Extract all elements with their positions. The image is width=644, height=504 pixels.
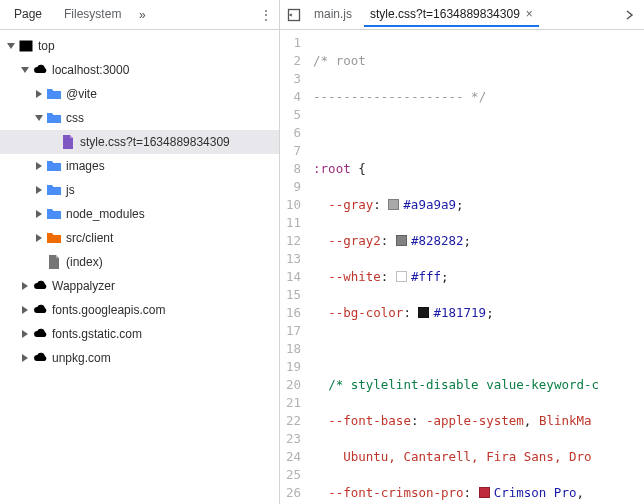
editor-tabbar: main.js style.css?t=1634889834309 × bbox=[280, 0, 644, 30]
left-tabbar: Page Filesystem » ⋮ bbox=[0, 0, 279, 30]
folder-icon bbox=[46, 86, 62, 102]
chevron-right-icon[interactable] bbox=[18, 305, 32, 315]
folder-icon bbox=[46, 158, 62, 174]
folder-icon bbox=[46, 206, 62, 222]
tree-row-srcclient[interactable]: src/client bbox=[0, 226, 279, 250]
cloud-icon bbox=[32, 62, 48, 78]
color-swatch[interactable] bbox=[396, 271, 407, 282]
tree-row-googlefonts[interactable]: fonts.googleapis.com bbox=[0, 298, 279, 322]
tree-row-cssfile[interactable]: style.css?t=1634889834309 bbox=[0, 130, 279, 154]
chevron-down-icon[interactable] bbox=[18, 65, 32, 75]
panel-toggle-icon[interactable] bbox=[286, 7, 302, 23]
chevron-right-icon[interactable] bbox=[32, 89, 46, 99]
chevron-down-icon[interactable] bbox=[4, 41, 18, 51]
kebab-menu-icon[interactable]: ⋮ bbox=[257, 8, 275, 22]
tree-row-css[interactable]: css bbox=[0, 106, 279, 130]
tree-label: top bbox=[38, 39, 55, 53]
chevron-right-icon[interactable] bbox=[18, 281, 32, 291]
devtools-root: Page Filesystem » ⋮ bbox=[0, 0, 644, 504]
file-icon bbox=[46, 254, 62, 270]
tree-row-host[interactable]: localhost:3000 bbox=[0, 58, 279, 82]
chevron-right-icon[interactable] bbox=[32, 185, 46, 195]
chevron-down-icon[interactable] bbox=[32, 113, 46, 123]
sources-left-panel: Page Filesystem » ⋮ bbox=[0, 0, 280, 504]
tree-row-images[interactable]: images bbox=[0, 154, 279, 178]
editor-tab-stylecss[interactable]: style.css?t=1634889834309 × bbox=[364, 3, 539, 27]
chevron-right-icon[interactable] bbox=[622, 7, 638, 23]
chevron-right-icon[interactable] bbox=[32, 209, 46, 219]
editor-tab-mainjs[interactable]: main.js bbox=[308, 3, 358, 27]
close-icon[interactable]: × bbox=[526, 7, 533, 21]
tree-row-gstatic[interactable]: fonts.gstatic.com bbox=[0, 322, 279, 346]
line-gutter: 1234567891011121314151617181920212223242… bbox=[280, 30, 311, 504]
tree-row-unpkg[interactable]: unpkg.com bbox=[0, 346, 279, 370]
color-swatch[interactable] bbox=[396, 235, 407, 246]
tree-row-wappalyzer[interactable]: Wappalyzer bbox=[0, 274, 279, 298]
tab-page[interactable]: Page bbox=[4, 1, 52, 29]
tree-row-index[interactable]: (index) bbox=[0, 250, 279, 274]
folder-icon bbox=[46, 182, 62, 198]
color-swatch[interactable] bbox=[388, 199, 399, 210]
tabs-overflow-icon[interactable]: » bbox=[133, 8, 151, 22]
tree-row-js[interactable]: js bbox=[0, 178, 279, 202]
chevron-right-icon[interactable] bbox=[32, 161, 46, 171]
tree-row-vite[interactable]: @vite bbox=[0, 82, 279, 106]
file-icon bbox=[60, 134, 76, 150]
tab-filesystem[interactable]: Filesystem bbox=[54, 1, 131, 29]
cloud-icon bbox=[32, 278, 48, 294]
cloud-icon bbox=[32, 350, 48, 366]
editor-panel: main.js style.css?t=1634889834309 × 1234… bbox=[280, 0, 644, 504]
tree-row-nodemodules[interactable]: node_modules bbox=[0, 202, 279, 226]
color-swatch[interactable] bbox=[479, 487, 490, 498]
folder-icon bbox=[46, 230, 62, 246]
chevron-right-icon[interactable] bbox=[32, 233, 46, 243]
tree-row-top[interactable]: top bbox=[0, 34, 279, 58]
chevron-right-icon[interactable] bbox=[18, 353, 32, 363]
chevron-right-icon[interactable] bbox=[18, 329, 32, 339]
color-swatch[interactable] bbox=[418, 307, 429, 318]
code-content[interactable]: /* root -------------------- */ :root { … bbox=[311, 30, 599, 504]
cloud-icon bbox=[32, 326, 48, 342]
file-tree[interactable]: top localhost:3000 @vite css bbox=[0, 30, 279, 504]
code-editor[interactable]: 1234567891011121314151617181920212223242… bbox=[280, 30, 644, 504]
folder-icon bbox=[46, 110, 62, 126]
cloud-icon bbox=[32, 302, 48, 318]
frame-icon bbox=[18, 38, 34, 54]
